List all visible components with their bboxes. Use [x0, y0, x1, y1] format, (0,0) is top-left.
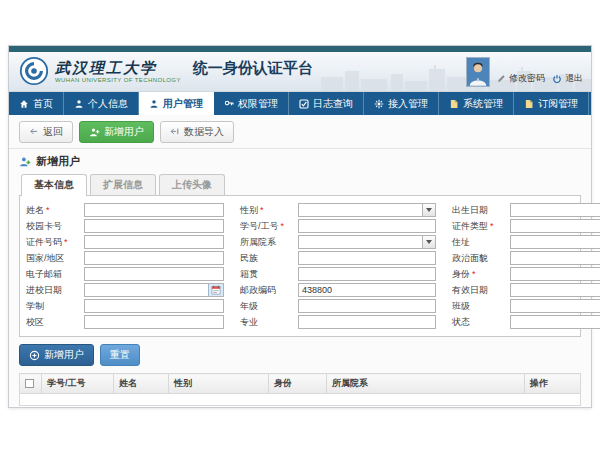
form-field-address: 住址 [452, 235, 600, 249]
student-no-input[interactable] [299, 220, 435, 232]
tab-extended-info[interactable]: 扩展信息 [90, 174, 156, 196]
valid-date-input[interactable] [511, 284, 600, 296]
email-input[interactable] [85, 268, 223, 280]
tab-upload-avatar[interactable]: 上传头像 [159, 174, 225, 196]
id-number-input[interactable] [85, 236, 223, 248]
gender-label: 性别* [240, 204, 298, 217]
class-label: 班级 [452, 300, 510, 313]
tab-basic-info[interactable]: 基本信息 [21, 174, 87, 196]
major-input-box [298, 315, 436, 329]
change-password-link[interactable]: 修改密码 [497, 72, 545, 85]
native-place-input[interactable] [299, 268, 435, 280]
key-icon [224, 99, 234, 109]
address-input[interactable] [511, 236, 600, 248]
department-input-box [298, 235, 436, 249]
logout-link[interactable]: 退出 [552, 72, 583, 85]
campus-card-no-label: 校园卡号 [26, 220, 84, 233]
country-region-input[interactable] [85, 252, 223, 264]
campus-card-no-input[interactable] [85, 220, 223, 232]
new-user-toolbar-button[interactable]: 新增用户 [79, 121, 154, 143]
birth-date-input[interactable] [511, 204, 600, 216]
identity-label: 身份* [452, 268, 510, 281]
nav-item-label: 权限管理 [238, 97, 278, 111]
id-number-input-box [84, 235, 224, 249]
select-all-checkbox[interactable] [25, 379, 34, 388]
university-name-block: 武汉理工大学 WUHAN UNIVERSITY OF TECHNOLOGY [55, 60, 181, 83]
required-asterisk: * [472, 269, 476, 279]
ethnicity-input-box [298, 251, 436, 265]
postal-code-input-box [298, 283, 436, 297]
user-avatar [466, 57, 490, 87]
gender-dropdown-button[interactable] [422, 204, 435, 216]
status-input[interactable] [511, 316, 600, 328]
native-place-input-box [298, 267, 436, 281]
add-user-section-icon [19, 156, 31, 168]
form-field-name: 姓名* [26, 203, 224, 217]
class-input-box [510, 299, 600, 313]
table-header-4: 所属院系 [327, 374, 525, 394]
form-field-native-place: 籍贯 [240, 267, 436, 281]
section-title: 新增用户 [19, 154, 581, 169]
form-field-enrollment-date: 进校日期 [26, 283, 224, 297]
enrollment-date-calendar-button[interactable] [208, 284, 223, 296]
form-field-education-length: 学制 [26, 299, 224, 313]
political-status-input[interactable] [511, 252, 600, 264]
gender-input[interactable] [299, 204, 422, 216]
data-import-button[interactable]: 数据导入 [160, 121, 234, 143]
birth-date-input-box [510, 203, 600, 217]
document-icon [449, 99, 459, 109]
education-length-input-box [84, 299, 224, 313]
form-field-valid-date: 有效日期 [452, 283, 600, 297]
identity-input[interactable] [511, 268, 600, 280]
id-type-input[interactable] [511, 220, 600, 232]
class-input[interactable] [511, 300, 600, 312]
nav-item-4[interactable]: 日志查询 [289, 92, 364, 115]
nav-item-7[interactable]: 订阅管理 [514, 92, 589, 115]
nav-item-6[interactable]: 系统管理 [439, 92, 514, 115]
form-field-gender: 性别* [240, 203, 436, 217]
country-region-input-box [84, 251, 224, 265]
political-status-label: 政治面貌 [452, 252, 510, 265]
user-box: 修改密码 退出 [466, 57, 583, 87]
table-header-2: 性别 [169, 374, 269, 394]
nav-item-2[interactable]: 用户管理 [139, 92, 214, 115]
nav-item-0[interactable]: 首页 [9, 92, 64, 115]
reset-button[interactable]: 重置 [100, 344, 140, 366]
major-input[interactable] [299, 316, 435, 328]
nav-item-1[interactable]: 个人信息 [64, 92, 139, 115]
power-icon [552, 74, 562, 84]
required-asterisk: * [46, 205, 50, 215]
postal-code-input[interactable] [299, 284, 435, 296]
ethnicity-label: 民族 [240, 252, 298, 265]
nav-item-label: 日志查询 [313, 97, 353, 111]
form-field-class: 班级 [452, 299, 600, 313]
ethnicity-input[interactable] [299, 252, 435, 264]
table-select-all-header [20, 374, 42, 394]
required-asterisk: * [281, 221, 285, 231]
platform-title: 统一身份认证平台 [193, 59, 313, 78]
department-input[interactable] [299, 236, 422, 248]
nav-item-label: 接入管理 [388, 97, 428, 111]
campus-input-box [84, 315, 224, 329]
content-area: 返回 新增用户 数据导入 新增用户 基本信息扩展信息上传头像 姓名*性别*出生日… [9, 115, 591, 406]
nav-item-5[interactable]: 接入管理 [364, 92, 439, 115]
nav-item-3[interactable]: 权限管理 [214, 92, 289, 115]
political-status-input-box [510, 251, 600, 265]
enrollment-date-input[interactable] [85, 284, 208, 296]
form-field-major: 专业 [240, 315, 436, 329]
native-place-label: 籍贯 [240, 268, 298, 281]
table-header-0: 学号/工号 [42, 374, 114, 394]
id-type-input-box [510, 219, 600, 233]
department-dropdown-button[interactable] [422, 236, 435, 248]
education-length-input[interactable] [85, 300, 223, 312]
nav-item-label: 用户管理 [163, 97, 203, 111]
grade-input[interactable] [299, 300, 435, 312]
submit-new-user-button[interactable]: 新增用户 [19, 344, 94, 366]
back-button[interactable]: 返回 [19, 121, 73, 143]
name-input[interactable] [85, 204, 223, 216]
gender-input-box [298, 203, 436, 217]
address-input-box [510, 235, 600, 249]
import-arrow-icon [170, 127, 180, 137]
campus-input[interactable] [85, 316, 223, 328]
required-asterisk: * [64, 237, 68, 247]
